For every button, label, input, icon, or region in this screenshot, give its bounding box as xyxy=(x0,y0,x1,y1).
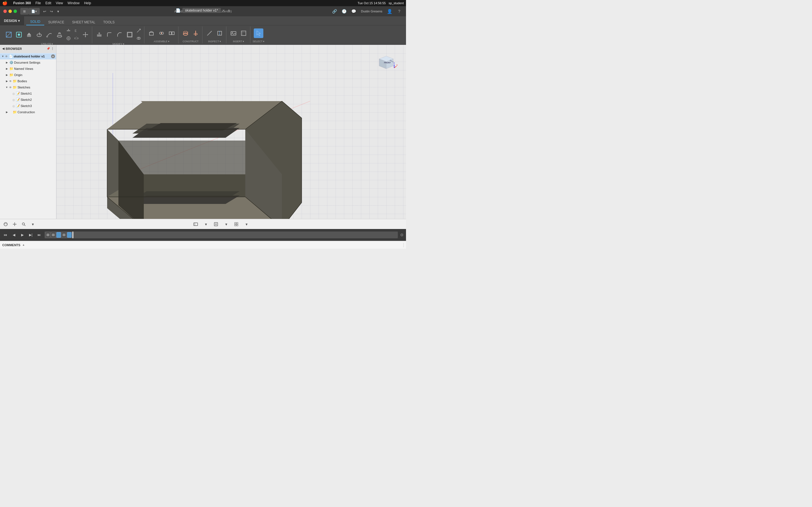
timeline-marker-4[interactable] xyxy=(62,232,66,238)
rigid-group-button[interactable] xyxy=(167,29,176,38)
timeline-marker-2[interactable] xyxy=(51,232,56,238)
timeline-play-button[interactable]: ▶ xyxy=(19,232,26,238)
combine-button[interactable] xyxy=(135,35,142,42)
timeline-track[interactable] xyxy=(45,231,398,238)
redo-button[interactable]: ↪ xyxy=(48,8,54,14)
insert-photo-button[interactable] xyxy=(229,29,238,38)
feedback-button[interactable]: 💬 xyxy=(350,8,357,15)
help-button[interactable]: ? xyxy=(396,8,403,15)
create-sketch-button[interactable] xyxy=(4,30,13,40)
tree-item-root[interactable]: ▼ 👁 📄 skateboard holder v1 ● xyxy=(0,53,56,59)
design-dropdown-button[interactable]: DESIGN ▾ xyxy=(0,16,24,25)
rib-button[interactable] xyxy=(65,27,72,34)
tab-sheet-metal[interactable]: SHEET METAL xyxy=(68,18,99,25)
timeline-goto-start-button[interactable]: ⏮ xyxy=(2,232,8,238)
pan-button[interactable] xyxy=(11,221,18,228)
minimize-window-button[interactable] xyxy=(8,10,12,13)
mirror-button[interactable] xyxy=(73,35,80,42)
tree-eye-sk2[interactable]: ◎ xyxy=(12,98,15,101)
timeline-cursor[interactable] xyxy=(72,231,73,238)
tree-item-doc-settings[interactable]: ▶ ⚙️ Document Settings xyxy=(0,59,56,66)
tab-solid[interactable]: SOLID xyxy=(26,18,44,25)
new-document-button[interactable]: 📄▾ xyxy=(29,8,40,15)
extrude-button[interactable] xyxy=(24,30,34,40)
menubar-app[interactable]: Fusion 360 xyxy=(13,1,31,5)
tree-item-sketch3[interactable]: ▶ ◎ 📝 Sketch3 xyxy=(0,103,56,109)
tree-item-sketches[interactable]: ▼ 👁 📁 Sketches xyxy=(0,84,56,91)
zoom-to-fit-button[interactable] xyxy=(20,221,27,228)
tab-filename[interactable]: skateboard holder v1* xyxy=(182,8,221,13)
timeline-settings-icon[interactable]: ⚙ xyxy=(400,233,404,237)
display-settings-button[interactable] xyxy=(192,221,199,228)
chamfer-button[interactable] xyxy=(115,30,124,40)
emboss-button[interactable]: E xyxy=(73,27,80,34)
select-label[interactable]: SELECT ▾ xyxy=(253,40,264,43)
revolve-button[interactable] xyxy=(35,30,44,40)
tree-item-origin[interactable]: ▶ 📁 Origin xyxy=(0,72,56,78)
finish-sketch-button[interactable] xyxy=(14,30,24,40)
browser-pin-icon[interactable]: 📌 xyxy=(47,47,50,50)
tree-eye-sk3[interactable]: ◎ xyxy=(12,105,15,108)
scale-button[interactable] xyxy=(135,27,142,34)
tab-apps-button[interactable]: ⊞ xyxy=(20,8,29,15)
tree-item-bodies[interactable]: ▶ 👁 📁 Bodies xyxy=(0,78,56,84)
tree-item-sketch2[interactable]: ▶ ◎ 📝 Sketch2 xyxy=(0,97,56,103)
tree-eye-sk1[interactable]: ◎ xyxy=(12,92,15,95)
timeline-step-forward-button[interactable]: ▶| xyxy=(28,232,34,238)
canvas-viewport[interactable]: FRONT RIGHT x z xyxy=(56,45,406,219)
measure-button[interactable] xyxy=(205,29,214,38)
axis-through-button[interactable] xyxy=(191,29,200,38)
new-tab-button[interactable]: + xyxy=(227,8,230,13)
grid-settings-button[interactable] xyxy=(233,221,240,228)
close-window-button[interactable] xyxy=(3,10,7,13)
browser-collapse-icon[interactable]: ◀ xyxy=(2,47,4,50)
fullscreen-window-button[interactable] xyxy=(13,10,17,13)
timeline-marker-1[interactable] xyxy=(46,232,50,238)
shell-button[interactable] xyxy=(125,30,135,40)
visual-style-button[interactable] xyxy=(213,221,219,228)
tab-surface[interactable]: SURFACE xyxy=(44,18,68,25)
tab-tools[interactable]: TOOLS xyxy=(99,18,118,25)
tree-item-sketch1[interactable]: ▶ ◎ 📝 Sketch1 xyxy=(0,91,56,97)
menubar-view[interactable]: View xyxy=(56,1,63,5)
collaborate-button[interactable]: 🔗 xyxy=(331,8,338,15)
orbit-button[interactable] xyxy=(2,221,9,228)
visual-dropdown-button[interactable]: ▾ xyxy=(223,221,230,228)
tab-close-button[interactable]: × xyxy=(222,8,225,13)
menubar-edit[interactable]: Edit xyxy=(45,1,51,5)
press-pull-button[interactable] xyxy=(94,30,104,40)
select-button[interactable] xyxy=(254,29,263,38)
display-dropdown-button[interactable]: ▾ xyxy=(202,221,209,228)
insert-label[interactable]: INSERT ▾ xyxy=(233,40,244,43)
joint-button[interactable] xyxy=(157,29,166,38)
tree-eye-root[interactable]: 👁 xyxy=(5,55,8,58)
menubar-file[interactable]: File xyxy=(36,1,41,5)
new-component-button[interactable] xyxy=(147,29,156,38)
section-analysis-button[interactable] xyxy=(215,29,224,38)
fillet-button[interactable] xyxy=(105,30,114,40)
tree-item-construction[interactable]: ▶ 👁 📁 Construction xyxy=(0,109,56,115)
browser-options-icon[interactable]: ⋮ xyxy=(51,47,54,50)
viewcube[interactable]: FRONT RIGHT x z xyxy=(375,50,398,73)
move-button[interactable] xyxy=(81,30,90,40)
timeline-step-back-button[interactable]: ◀ xyxy=(11,232,17,238)
comments-add-icon[interactable]: + xyxy=(22,243,24,247)
menubar-window[interactable]: Window xyxy=(68,1,80,5)
activity-button[interactable]: 🕐 xyxy=(341,8,347,15)
undo-history-button[interactable]: ▾ xyxy=(55,8,61,14)
tree-item-named-views[interactable]: ▶ 📁 Named Views xyxy=(0,66,56,72)
grid-dropdown-button[interactable]: ▾ xyxy=(243,221,250,228)
undo-button[interactable]: ↩ xyxy=(42,8,48,14)
tree-eye-bodies[interactable]: 👁 xyxy=(9,80,12,83)
web-button[interactable] xyxy=(65,35,72,42)
loft-button[interactable] xyxy=(55,30,64,40)
canvas-button[interactable] xyxy=(239,29,248,38)
assemble-label[interactable]: ASSEMBLE ▾ xyxy=(154,40,169,43)
timeline-marker-3[interactable] xyxy=(56,232,61,238)
plane-offset-button[interactable] xyxy=(181,29,190,38)
timeline-goto-end-button[interactable]: ⏭ xyxy=(36,232,42,238)
inspect-label[interactable]: INSPECT ▾ xyxy=(208,40,221,43)
sweep-button[interactable] xyxy=(45,30,54,40)
user-avatar[interactable]: 👤 xyxy=(386,8,393,15)
zoom-dropdown-button[interactable]: ▾ xyxy=(29,221,36,228)
